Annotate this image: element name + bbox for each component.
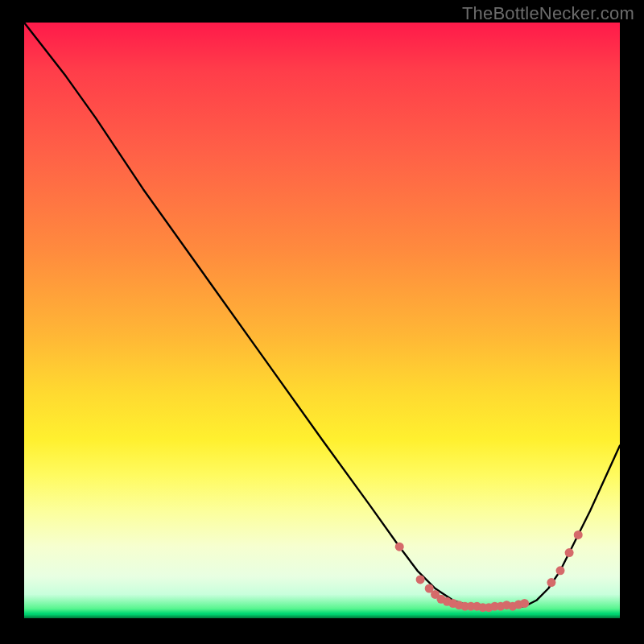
curve-marker [416,575,425,584]
curve-marker [395,543,404,551]
watermark-text: TheBottleNecker.com [462,3,634,24]
plot-area [24,23,620,618]
bottleneck-curve-line [24,23,620,606]
curve-marker [565,548,574,557]
curve-marker [547,578,555,587]
chart-svg [24,23,620,618]
curve-markers [395,530,583,612]
chart-stage: TheBottleNecker.com [0,0,644,644]
curve-marker [520,599,529,608]
curve-marker [556,566,565,575]
curve-marker [574,530,583,539]
